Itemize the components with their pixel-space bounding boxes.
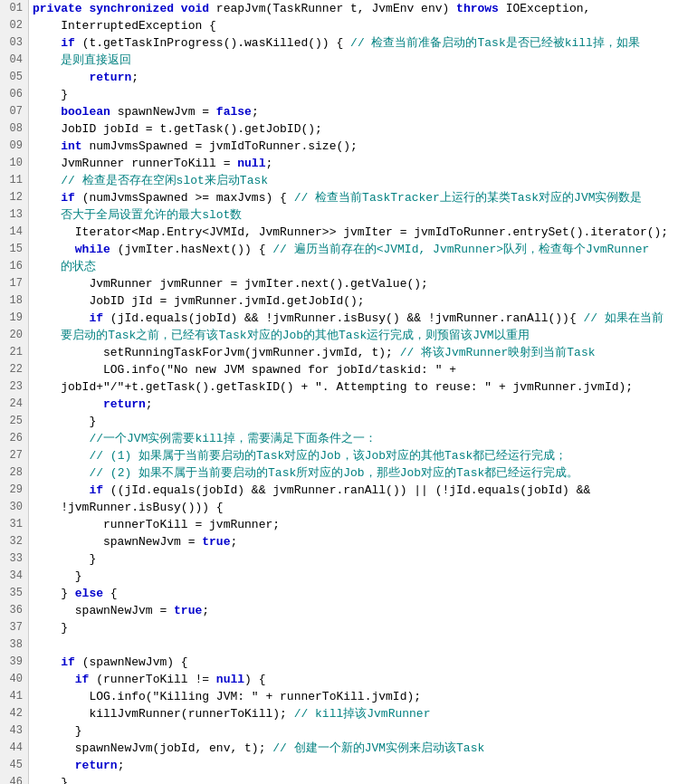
line-number: 15 <box>5 241 23 258</box>
code-line: 是则直接返回 <box>33 52 693 69</box>
code-line: JobID jId = jvmRunner.jvmId.getJobId(); <box>33 292 693 310</box>
line-number: 33 <box>5 550 23 568</box>
code-line: boolean spawnNewJvm = false; <box>33 103 693 120</box>
line-number: 28 <box>5 464 23 482</box>
code-line: 的状态 <box>33 258 693 275</box>
line-number: 39 <box>5 654 23 671</box>
code-line <box>33 636 693 654</box>
line-number: 05 <box>5 69 23 86</box>
line-number: 41 <box>5 688 23 705</box>
line-number: 02 <box>5 17 23 34</box>
line-number: 13 <box>5 206 23 224</box>
line-number: 38 <box>5 636 23 654</box>
line-number: 21 <box>5 344 23 361</box>
code-content[interactable]: private synchronized void reapJvm(TaskRu… <box>29 0 697 784</box>
line-number: 06 <box>5 86 23 103</box>
line-number: 40 <box>5 671 23 688</box>
line-number: 26 <box>5 430 23 447</box>
code-line: spawnNewJvm = true; <box>33 533 693 550</box>
code-line: int numJvmsSpawned = jvmIdToRunner.size(… <box>33 138 693 155</box>
code-line: if (t.getTaskInProgress().wasKilled()) {… <box>33 34 693 52</box>
line-number: 23 <box>5 378 23 396</box>
line-number: 19 <box>5 310 23 327</box>
code-line: 要启动的Task之前，已经有该Task对应的Job的其他Task运行完成，则预留… <box>33 327 693 344</box>
code-line: if (jId.equals(jobId) && !jvmRunner.isBu… <box>33 310 693 327</box>
line-number-gutter: 0102030405060708091011121314151617181920… <box>0 0 29 784</box>
code-line: // 检查是否存在空闲slot来启动Task <box>33 172 693 189</box>
code-line: } <box>33 86 693 103</box>
line-number: 11 <box>5 172 23 189</box>
code-line: while (jvmIter.hasNext()) { // 遍历当前存在的<J… <box>33 241 693 258</box>
line-number: 46 <box>5 774 23 784</box>
code-line: // (1) 如果属于当前要启动的Task对应的Job，该Job对应的其他Tas… <box>33 447 693 464</box>
code-line: InterruptedException { <box>33 17 693 34</box>
code-line: private synchronized void reapJvm(TaskRu… <box>33 0 693 17</box>
code-line: JobID jobId = t.getTask().getJobID(); <box>33 120 693 138</box>
code-line: return; <box>33 69 693 86</box>
line-number: 03 <box>5 34 23 52</box>
code-line: } <box>33 774 693 784</box>
line-number: 29 <box>5 482 23 499</box>
line-number: 44 <box>5 740 23 757</box>
line-number: 20 <box>5 327 23 344</box>
code-line: spawnNewJvm(jobId, env, t); // 创建一个新的JVM… <box>33 740 693 757</box>
code-line: } <box>33 413 693 430</box>
code-line: // (2) 如果不属于当前要启动的Task所对应的Job，那些Job对应的Ta… <box>33 464 693 482</box>
code-viewer: 0102030405060708091011121314151617181920… <box>0 0 697 784</box>
code-line: Iterator<Map.Entry<JVMId, JvmRunner>> jv… <box>33 224 693 241</box>
line-number: 45 <box>5 757 23 774</box>
code-line: if (spawnNewJvm) { <box>33 654 693 671</box>
code-line: LOG.info("No new JVM spawned for jobId/t… <box>33 361 693 378</box>
code-line: } <box>33 722 693 740</box>
code-line: if ((jId.equals(jobId) && jvmRunner.ranA… <box>33 482 693 499</box>
code-line: spawnNewJvm = true; <box>33 602 693 619</box>
line-number: 24 <box>5 396 23 413</box>
line-number: 18 <box>5 292 23 310</box>
code-line: if (numJvmsSpawned >= maxJvms) { // 检查当前… <box>33 189 693 206</box>
line-number: 10 <box>5 155 23 172</box>
code-line: if (runnerToKill != null) { <box>33 671 693 688</box>
code-line: return; <box>33 757 693 774</box>
line-number: 36 <box>5 602 23 619</box>
line-number: 16 <box>5 258 23 275</box>
code-line: JvmRunner runnerToKill = null; <box>33 155 693 172</box>
code-line: return; <box>33 396 693 413</box>
code-line: killJvmRunner(runnerToKill); // kill掉该Jv… <box>33 705 693 722</box>
line-number: 27 <box>5 447 23 464</box>
line-number: 12 <box>5 189 23 206</box>
code-line: 否大于全局设置允许的最大slot数 <box>33 206 693 224</box>
code-line: LOG.info("Killing JVM: " + runnerToKill.… <box>33 688 693 705</box>
line-number: 43 <box>5 722 23 740</box>
line-number: 31 <box>5 516 23 533</box>
code-line: runnerToKill = jvmRunner; <box>33 516 693 533</box>
code-line: } else { <box>33 585 693 602</box>
code-line: } <box>33 619 693 636</box>
code-line: JvmRunner jvmRunner = jvmIter.next().get… <box>33 275 693 292</box>
line-number: 35 <box>5 585 23 602</box>
line-number: 01 <box>5 0 23 17</box>
code-line: } <box>33 568 693 585</box>
line-number: 08 <box>5 120 23 138</box>
line-number: 22 <box>5 361 23 378</box>
code-line: } <box>33 550 693 568</box>
line-number: 25 <box>5 413 23 430</box>
line-number: 14 <box>5 224 23 241</box>
line-number: 37 <box>5 619 23 636</box>
code-line: //一个JVM实例需要kill掉，需要满足下面条件之一： <box>33 430 693 447</box>
line-number: 32 <box>5 533 23 550</box>
line-number: 07 <box>5 103 23 120</box>
line-number: 17 <box>5 275 23 292</box>
line-number: 09 <box>5 138 23 155</box>
code-line: !jvmRunner.isBusy())) { <box>33 499 693 516</box>
code-line: jobId+"/"+t.getTask().getTaskID() + ". A… <box>33 378 693 396</box>
line-number: 42 <box>5 705 23 722</box>
line-number: 30 <box>5 499 23 516</box>
line-number: 04 <box>5 52 23 69</box>
code-line: setRunningTaskForJvm(jvmRunner.jvmId, t)… <box>33 344 693 361</box>
line-number: 34 <box>5 568 23 585</box>
